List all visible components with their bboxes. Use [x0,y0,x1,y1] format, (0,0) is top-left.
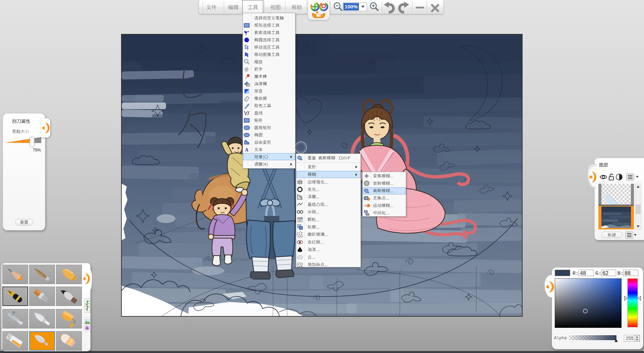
svg-text:A: A [245,147,249,152]
